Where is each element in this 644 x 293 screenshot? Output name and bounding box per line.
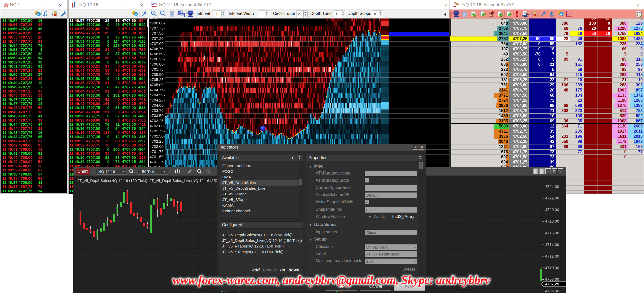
svg-text:y: y — [568, 11, 569, 13]
svg-text:+: + — [534, 12, 536, 14]
svg-text:+: + — [55, 12, 56, 14]
svg-text:$: $ — [550, 11, 554, 18]
svg-text:x: x — [572, 14, 573, 16]
